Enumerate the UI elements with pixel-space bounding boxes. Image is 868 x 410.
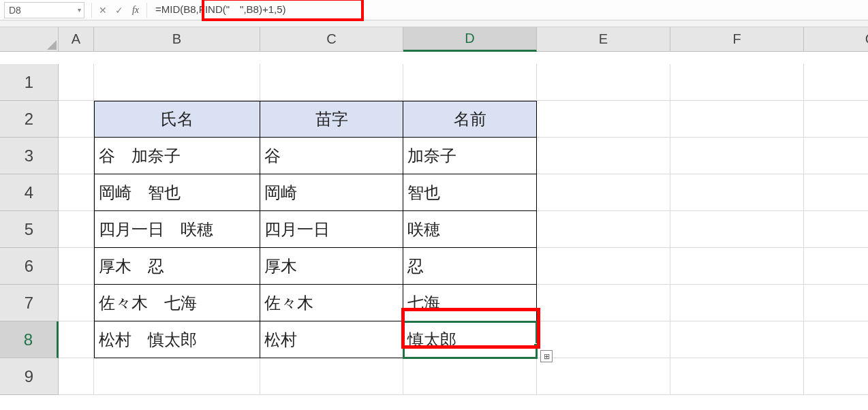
cell-value: 加奈子 <box>407 145 456 167</box>
cell-F7[interactable] <box>670 285 804 321</box>
cell-F6[interactable] <box>670 248 804 285</box>
cell-D6[interactable]: 忍 <box>403 248 537 285</box>
cell-D1[interactable] <box>403 64 537 101</box>
row-header-8[interactable]: 8 <box>0 321 59 358</box>
cell-value: 七海 <box>407 292 440 314</box>
cell-B1[interactable] <box>94 64 260 101</box>
cell-F2[interactable] <box>670 101 804 138</box>
name-box[interactable]: D8 ▾ <box>4 2 84 18</box>
row-header-3[interactable]: 3 <box>0 138 59 174</box>
cell-G3[interactable] <box>804 138 868 174</box>
cell-G2[interactable] <box>804 101 868 138</box>
cell-A5[interactable] <box>59 211 94 248</box>
cell-E5[interactable] <box>537 211 670 248</box>
cell-B7[interactable]: 佐々木 七海 <box>94 285 260 321</box>
cell-G5[interactable] <box>804 211 868 248</box>
cell-C1[interactable] <box>260 64 403 101</box>
cell-D9[interactable] <box>403 358 537 395</box>
cell-F3[interactable] <box>670 138 804 174</box>
cell-C5[interactable]: 四月一日 <box>260 211 403 248</box>
cell-value: 松村 <box>264 329 297 351</box>
cell-G7[interactable] <box>804 285 868 321</box>
cell-E1[interactable] <box>537 64 670 101</box>
col-header-A[interactable]: A <box>59 27 94 52</box>
formula-input[interactable]: =MID(B8,FIND(" ",B8)+1,5) <box>150 3 868 16</box>
cell-E8[interactable] <box>537 321 670 358</box>
cancel-icon: ✕ <box>99 5 107 16</box>
cell-C9[interactable] <box>260 358 403 395</box>
cell-E2[interactable] <box>537 101 670 138</box>
cell-G6[interactable] <box>804 248 868 285</box>
col-header-E[interactable]: E <box>537 27 670 52</box>
name-box-value: D8 <box>9 5 21 16</box>
cell-value: 佐々木 <box>264 292 313 314</box>
row-header-4[interactable]: 4 <box>0 174 59 211</box>
col-header-D[interactable]: D <box>403 27 537 52</box>
cell-F8[interactable] <box>670 321 804 358</box>
cell-F1[interactable] <box>670 64 804 101</box>
cell-A6[interactable] <box>59 248 94 285</box>
cell-D3[interactable]: 加奈子 <box>403 138 537 174</box>
cell-C3[interactable]: 谷 <box>260 138 403 174</box>
cell-E9[interactable] <box>537 358 670 395</box>
cell-D8[interactable]: 慎太郎 <box>403 321 537 358</box>
cell-A2[interactable] <box>59 101 94 138</box>
cell-G4[interactable] <box>804 174 868 211</box>
col-header-G[interactable]: G <box>804 27 868 52</box>
cell-D5[interactable]: 咲穂 <box>403 211 537 248</box>
cell-value: 四月一日 咲穂 <box>99 219 213 240</box>
cell-C2[interactable]: 苗字 <box>260 101 403 138</box>
cell-B9[interactable] <box>94 358 260 395</box>
col-header-B[interactable]: B <box>94 27 260 52</box>
cell-C7[interactable]: 佐々木 <box>260 285 403 321</box>
cell-B8[interactable]: 松村 慎太郎 <box>94 321 260 358</box>
name-box-dropdown-icon[interactable]: ▾ <box>78 6 81 14</box>
insert-function-button[interactable]: fx <box>127 2 144 18</box>
cell-E7[interactable] <box>537 285 670 321</box>
cell-E4[interactable] <box>537 174 670 211</box>
cell-A7[interactable] <box>59 285 94 321</box>
check-icon: ✓ <box>115 5 123 16</box>
col-header-C[interactable]: C <box>260 27 403 52</box>
cell-G1[interactable] <box>804 64 868 101</box>
cell-F9[interactable] <box>670 358 804 395</box>
cancel-formula-button[interactable]: ✕ <box>95 2 111 18</box>
select-all-corner[interactable] <box>0 27 59 52</box>
row-header-6[interactable]: 6 <box>0 248 59 285</box>
row-header-1[interactable]: 1 <box>0 64 59 101</box>
cell-E6[interactable] <box>537 248 670 285</box>
cell-B5[interactable]: 四月一日 咲穂 <box>94 211 260 248</box>
cell-value: 厚木 <box>264 255 297 277</box>
enter-formula-button[interactable]: ✓ <box>111 2 127 18</box>
cell-A9[interactable] <box>59 358 94 395</box>
cell-B6[interactable]: 厚木 忍 <box>94 248 260 285</box>
cell-C6[interactable]: 厚木 <box>260 248 403 285</box>
cell-value: 厚木 忍 <box>99 255 164 277</box>
row-header-9[interactable]: 9 <box>0 358 59 395</box>
cell-D7[interactable]: 七海 <box>403 285 537 321</box>
cell-B3[interactable]: 谷 加奈子 <box>94 138 260 174</box>
row-header-2[interactable]: 2 <box>0 101 59 138</box>
col-header-F[interactable]: F <box>670 27 804 52</box>
cell-value: 苗字 <box>315 108 348 130</box>
cell-G9[interactable] <box>804 358 868 395</box>
row-header-7[interactable]: 7 <box>0 285 59 321</box>
cell-B2[interactable]: 氏名 <box>94 101 260 138</box>
cell-B4[interactable]: 岡崎 智也 <box>94 174 260 211</box>
cell-A4[interactable] <box>59 174 94 211</box>
cell-A8[interactable] <box>59 321 94 358</box>
row-header-5[interactable]: 5 <box>0 211 59 248</box>
cell-A1[interactable] <box>59 64 94 101</box>
cell-C8[interactable]: 松村 <box>260 321 403 358</box>
autofill-options-icon[interactable]: ⊞ <box>540 350 553 362</box>
fill-handle[interactable] <box>533 343 539 349</box>
spreadsheet-grid[interactable]: A B C D E F G 1 2 氏名 苗字 名前 3 谷 加奈子 谷 加奈子… <box>0 27 868 395</box>
cell-A3[interactable] <box>59 138 94 174</box>
cell-E3[interactable] <box>537 138 670 174</box>
cell-F4[interactable] <box>670 174 804 211</box>
cell-D2[interactable]: 名前 <box>403 101 537 138</box>
cell-D4[interactable]: 智也 <box>403 174 537 211</box>
cell-F5[interactable] <box>670 211 804 248</box>
cell-C4[interactable]: 岡崎 <box>260 174 403 211</box>
cell-G8[interactable] <box>804 321 868 358</box>
